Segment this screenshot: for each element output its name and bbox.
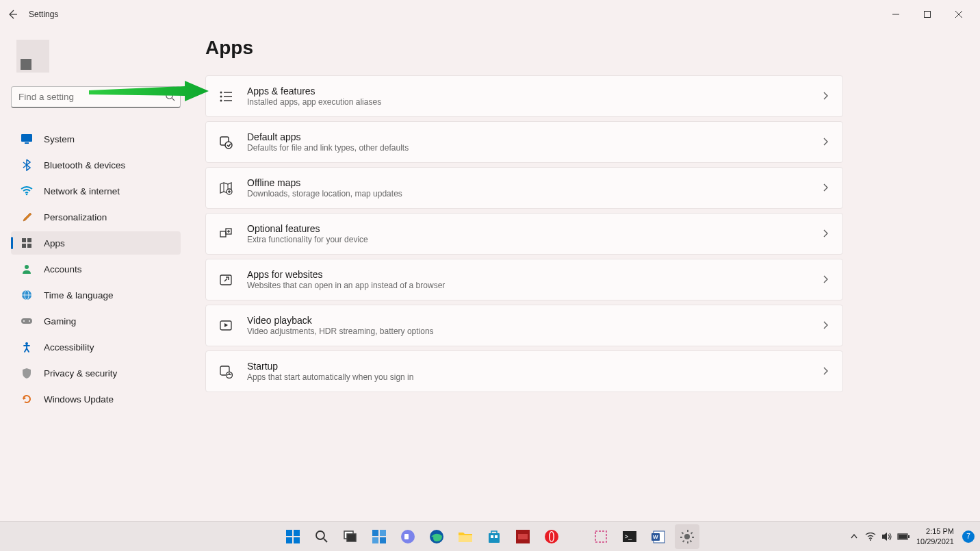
card-apps-websites[interactable]: Apps for websites Websites that can open…	[205, 259, 843, 300]
word-button[interactable]: W	[646, 524, 671, 549]
svg-rect-1	[925, 12, 931, 18]
svg-point-66	[550, 532, 554, 541]
svg-rect-45	[286, 537, 292, 543]
svg-rect-11	[27, 238, 31, 242]
svg-rect-46	[294, 537, 300, 543]
svg-rect-61	[495, 535, 498, 538]
card-video-playback[interactable]: Video playback Video adjustments, HDR st…	[205, 305, 843, 346]
card-default-apps[interactable]: Default apps Defaults for file and link …	[205, 121, 843, 163]
sidebar-item-personalization[interactable]: Personalization	[11, 205, 181, 229]
svg-rect-59	[489, 533, 500, 543]
card-title: Apps for websites	[247, 269, 810, 280]
titlebar: Settings	[0, 0, 980, 29]
chevron-right-icon	[823, 228, 829, 240]
svg-marker-40	[224, 323, 228, 327]
list-icon	[218, 89, 233, 104]
teams-button[interactable]	[396, 524, 420, 549]
svg-line-48	[324, 539, 327, 542]
file-explorer-button[interactable]	[453, 524, 478, 549]
sidebar-item-system[interactable]: System	[11, 127, 181, 151]
card-apps-features[interactable]: Apps & features Installed apps, app exec…	[205, 75, 843, 117]
svg-rect-13	[27, 244, 31, 248]
svg-point-23	[220, 91, 222, 93]
tray-expand-icon[interactable]	[847, 527, 862, 546]
sidebar-item-windows-update[interactable]: Windows Update	[11, 387, 181, 411]
sidebar-item-gaming[interactable]: Gaming	[11, 309, 181, 333]
card-title: Offline maps	[247, 177, 810, 188]
svg-point-27	[220, 99, 222, 101]
svg-rect-50	[347, 534, 356, 541]
edge-button[interactable]	[424, 524, 449, 549]
user-icon	[21, 263, 33, 275]
widgets-button[interactable]	[367, 524, 391, 549]
card-startup[interactable]: Startup Apps that start automatically wh…	[205, 350, 843, 392]
svg-point-20	[29, 320, 30, 322]
sidebar-item-accessibility[interactable]: Accessibility	[11, 335, 181, 359]
svg-point-73	[684, 534, 690, 539]
card-subtitle: Websites that can open in an app instead…	[247, 281, 810, 290]
settings-button[interactable]	[675, 524, 699, 549]
wifi-tray-icon[interactable]	[863, 527, 878, 546]
app-button-red[interactable]	[511, 524, 535, 549]
battery-tray-icon[interactable]	[896, 527, 911, 546]
svg-point-5	[166, 92, 172, 99]
time-label: 2:15 PM	[926, 526, 954, 536]
card-subtitle: Apps that start automatically when you s…	[247, 372, 810, 382]
update-icon	[21, 393, 33, 405]
app-button-snip[interactable]	[589, 524, 613, 549]
svg-rect-18	[21, 318, 32, 324]
page-title: Apps	[205, 37, 953, 59]
startup-icon	[218, 364, 233, 379]
user-profile[interactable]	[11, 36, 205, 77]
grid-icon	[21, 237, 33, 249]
avatar	[16, 40, 49, 73]
display-icon	[21, 133, 33, 145]
svg-rect-43	[286, 530, 292, 536]
apps-websites-icon	[218, 272, 233, 287]
task-view-button[interactable]	[338, 524, 363, 549]
gamepad-icon	[21, 315, 33, 327]
sidebar-item-privacy[interactable]: Privacy & security	[11, 361, 181, 385]
notification-badge[interactable]: 7	[962, 530, 975, 543]
svg-rect-10	[22, 238, 26, 242]
chevron-right-icon	[823, 366, 829, 378]
card-title: Startup	[247, 361, 810, 372]
sidebar-item-network[interactable]: Network & internet	[11, 179, 181, 203]
search-input[interactable]	[11, 86, 181, 108]
svg-rect-60	[491, 535, 493, 538]
main-content: Apps Apps & features Installed apps, app…	[205, 29, 980, 521]
svg-rect-58	[459, 535, 472, 542]
minimize-button[interactable]	[880, 4, 912, 25]
svg-rect-8	[25, 142, 29, 144]
search-button[interactable]	[309, 524, 334, 549]
svg-line-6	[172, 98, 175, 101]
svg-rect-77	[908, 535, 910, 538]
clock[interactable]: 2:15 PM 10/29/2021	[912, 526, 958, 546]
volume-tray-icon[interactable]	[879, 527, 894, 546]
card-title: Apps & features	[247, 86, 810, 97]
back-button[interactable]	[5, 8, 19, 21]
sidebar-item-time-language[interactable]: Time & language	[11, 283, 181, 307]
svg-text:W: W	[653, 534, 658, 540]
taskbar: >_ W 2:15 PM 10/29/2021 7	[0, 521, 980, 551]
card-optional-features[interactable]: Optional features Extra functionality fo…	[205, 213, 843, 255]
chevron-right-icon	[823, 136, 829, 149]
store-button[interactable]	[482, 524, 506, 549]
close-button[interactable]	[943, 4, 975, 25]
card-title: Default apps	[247, 131, 810, 142]
shield-icon	[21, 367, 33, 379]
maximize-button[interactable]	[912, 4, 943, 25]
terminal-button[interactable]: >_	[617, 524, 642, 549]
chevron-right-icon	[823, 320, 829, 332]
card-offline-maps[interactable]: Offline maps Downloads, storage location…	[205, 167, 843, 209]
svg-rect-67	[595, 531, 606, 542]
svg-marker-75	[882, 533, 887, 541]
start-button[interactable]	[281, 524, 305, 549]
svg-point-25	[220, 95, 222, 97]
opera-button[interactable]	[539, 524, 564, 549]
chevron-right-icon	[823, 182, 829, 194]
sidebar-item-bluetooth[interactable]: Bluetooth & devices	[11, 153, 181, 177]
sidebar-item-label: Accounts	[44, 264, 82, 274]
sidebar-item-accounts[interactable]: Accounts	[11, 257, 181, 281]
sidebar-item-apps[interactable]: Apps	[11, 231, 181, 255]
